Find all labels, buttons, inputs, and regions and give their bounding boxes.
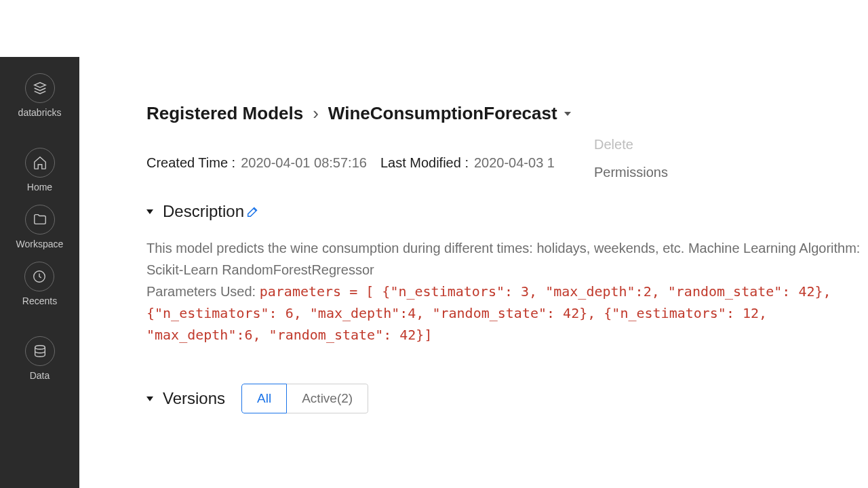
sidebar-brand[interactable]: databricks (18, 73, 62, 118)
chevron-down-icon (146, 396, 153, 401)
breadcrumb-separator: › (313, 103, 319, 124)
context-menu-permissions[interactable]: Permissions (594, 161, 668, 188)
versions-filter-active[interactable]: Active(2) (287, 384, 368, 413)
description-text: This model predicts the wine consumption… (146, 241, 860, 277)
databricks-icon (25, 73, 55, 103)
description-body: This model predicts the wine consumption… (146, 237, 861, 346)
versions-header: Versions All Active(2) (146, 384, 861, 413)
last-modified-value: 2020-04-03 1 (474, 155, 555, 171)
versions-filter: All Active(2) (241, 384, 368, 413)
database-icon (25, 336, 55, 366)
chevron-down-icon (146, 209, 153, 214)
description-header[interactable]: Description (146, 202, 861, 221)
sidebar-item-label: Home (27, 182, 52, 192)
last-modified-label: Last Modified : (380, 155, 469, 171)
edit-icon[interactable] (245, 204, 260, 219)
description-title: Description (163, 202, 244, 221)
sidebar-item-data[interactable]: Data (25, 336, 55, 381)
sidebar: databricks Home Workspace Recents Data (0, 57, 79, 488)
sidebar-brand-label: databricks (18, 107, 62, 118)
versions-filter-all[interactable]: All (241, 384, 287, 413)
created-time-value: 2020-04-01 08:57:16 (241, 155, 367, 171)
created-time-label: Created Time : (146, 155, 235, 171)
sidebar-item-home[interactable]: Home (25, 148, 55, 192)
breadcrumb-current-label: WineConsumptionForecast (328, 103, 557, 124)
main-content: Registered Models › WineConsumptionForec… (146, 103, 861, 413)
svg-point-1 (35, 346, 45, 350)
sidebar-item-recents[interactable]: Recents (22, 262, 57, 306)
context-menu: Delete Permissions (594, 133, 668, 188)
sidebar-item-label: Data (30, 370, 50, 381)
context-menu-delete[interactable]: Delete (594, 133, 668, 161)
sidebar-item-label: Workspace (16, 239, 64, 249)
breadcrumb-root[interactable]: Registered Models (146, 103, 303, 124)
home-icon (25, 148, 55, 178)
breadcrumb: Registered Models › WineConsumptionForec… (146, 103, 861, 124)
versions-title: Versions (163, 389, 225, 408)
chevron-down-icon (564, 112, 571, 116)
sidebar-item-label: Recents (22, 296, 57, 306)
clock-icon (24, 262, 54, 291)
folder-icon (25, 205, 55, 235)
parameters-label: Parameters Used: (146, 284, 260, 299)
breadcrumb-current[interactable]: WineConsumptionForecast (328, 103, 571, 124)
sidebar-item-workspace[interactable]: Workspace (16, 205, 64, 249)
meta-row: Created Time : 2020-04-01 08:57:16 Last … (146, 155, 861, 171)
